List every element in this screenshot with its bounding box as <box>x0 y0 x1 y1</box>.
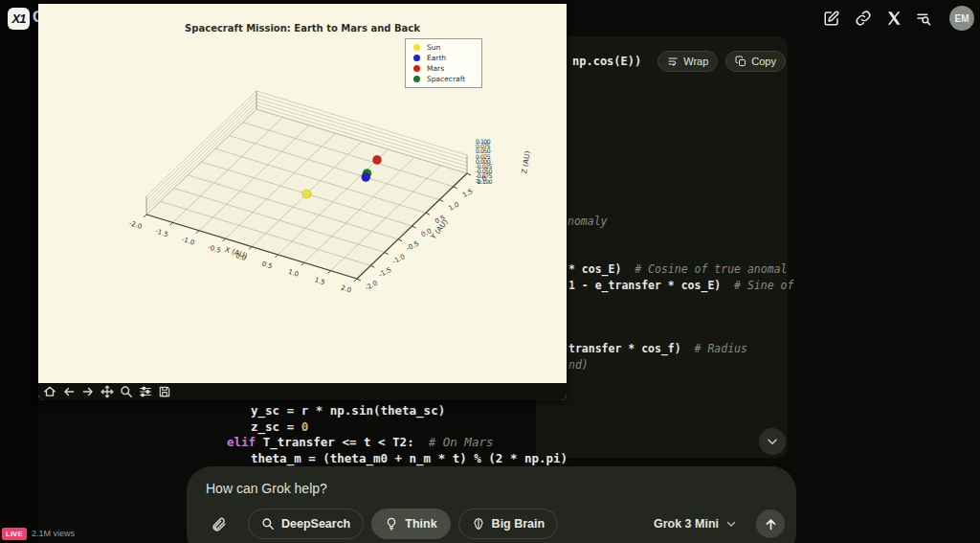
compose-edit-icon <box>823 10 840 27</box>
bigbrain-button[interactable]: Big Brain <box>458 509 559 539</box>
svg-text:2.0: 2.0 <box>340 284 352 295</box>
code-line: z_sc = 0 <box>251 419 308 434</box>
svg-text:-0.100: -0.100 <box>476 178 493 185</box>
copy-icon <box>735 56 746 67</box>
code-line: y_sc = r * np.sin(theta_sc) <box>251 403 445 418</box>
legend-label: Earth <box>427 54 446 62</box>
svg-text:1.0: 1.0 <box>287 268 300 279</box>
copy-label: Copy <box>751 56 776 67</box>
code-line: theta_m = (theta_m0 + n_m * t) % (2 * np… <box>251 451 568 465</box>
send-button[interactable] <box>756 509 785 538</box>
x1-logo: X1 <box>8 8 30 30</box>
think-button[interactable]: Think <box>371 509 450 539</box>
deepsearch-button[interactable]: DeepSearch <box>248 509 364 539</box>
plot-legend: SunEarthMarsSpacecraft <box>405 38 482 88</box>
wrap-icon <box>667 56 679 67</box>
svg-text:-2.0: -2.0 <box>364 279 379 291</box>
video-left-strip <box>0 0 38 543</box>
wrap-button[interactable]: Wrap <box>657 51 718 72</box>
chat-input-bar: DeepSearch Think Big Brain Grok 3 Mini <box>187 466 796 543</box>
code-line: nd) <box>568 358 589 372</box>
svg-text:-2.0: -2.0 <box>128 219 143 231</box>
code-line: transfer * cos_f) # Radius <box>568 342 747 355</box>
svg-text:Z (AU): Z (AU) <box>520 150 532 174</box>
deepsearch-label: DeepSearch <box>281 517 350 531</box>
code-block-header: np.cos(E)) Wrap Copy <box>536 48 788 75</box>
edit-button[interactable] <box>823 10 842 29</box>
legend-marker <box>413 65 420 72</box>
svg-text:-1.5: -1.5 <box>378 266 393 279</box>
svg-text:1.5: 1.5 <box>461 188 475 199</box>
scroll-down-button[interactable] <box>759 428 786 455</box>
think-label: Think <box>405 517 436 531</box>
legend-marker <box>413 76 420 82</box>
legend-item: Earth <box>411 53 478 63</box>
legend-item: Spacecraft <box>411 74 478 84</box>
3d-plot-canvas[interactable]: -2.0-1.5-1.0-0.50.00.51.01.52.0-2.0-1.5-… <box>38 4 567 383</box>
subplots-icon[interactable] <box>139 385 152 398</box>
code-line: * cos_E) # Cosine of true anomal <box>568 262 787 276</box>
brain-icon <box>472 517 485 531</box>
matplotlib-toolbar <box>38 383 567 400</box>
save-icon[interactable] <box>158 385 171 398</box>
search-icon <box>261 517 275 531</box>
svg-text:1.0: 1.0 <box>448 201 461 213</box>
svg-text:0.5: 0.5 <box>261 260 274 271</box>
x-logo-icon <box>885 10 902 27</box>
legend-label: Spacecraft <box>427 75 465 83</box>
chevron-down-icon <box>725 518 737 530</box>
svg-text:-1.0: -1.0 <box>181 236 195 247</box>
zoom-icon[interactable] <box>120 385 133 398</box>
forward-icon[interactable] <box>81 385 95 398</box>
svg-text:Y (AU): Y (AU) <box>429 217 450 241</box>
live-badge: LIVE <box>2 528 27 540</box>
paperclip-icon <box>211 516 227 532</box>
legend-marker <box>413 55 420 61</box>
pan-icon[interactable] <box>100 385 114 398</box>
model-selector[interactable]: Grok 3 Mini <box>654 517 737 531</box>
legend-label: Sun <box>427 43 440 52</box>
home-icon[interactable] <box>43 385 56 398</box>
code-block-panel <box>536 36 788 458</box>
svg-text:-1.5: -1.5 <box>154 228 168 239</box>
legend-marker <box>413 44 420 51</box>
wrap-label: Wrap <box>683 56 708 67</box>
back-icon[interactable] <box>62 385 76 398</box>
code-lines-below: y_sc = r * np.sin(theta_sc)z_sc = 0elif … <box>191 400 593 466</box>
search-history-icon <box>915 10 932 27</box>
svg-text:-1.0: -1.0 <box>391 253 407 265</box>
svg-text:-0.5: -0.5 <box>405 239 420 252</box>
x-logo-button[interactable] <box>885 10 904 29</box>
copy-button[interactable]: Copy <box>725 51 786 72</box>
arrow-up-icon <box>764 517 778 532</box>
link-button[interactable] <box>855 10 874 29</box>
attach-button[interactable] <box>204 509 233 538</box>
code-line: elif T_transfer <= t < T2: # On Mars <box>227 435 493 449</box>
link-icon <box>855 10 872 27</box>
view-count: 2.1M views <box>32 529 75 538</box>
svg-text:-0.5: -0.5 <box>207 243 221 255</box>
legend-item: Mars <box>411 63 478 74</box>
chevron-down-icon <box>766 435 779 448</box>
model-label: Grok 3 Mini <box>654 517 719 531</box>
search-history-button[interactable] <box>915 10 934 29</box>
svg-text:1.5: 1.5 <box>314 276 326 286</box>
legend-item: Sun <box>411 42 478 53</box>
bigbrain-label: Big Brain <box>492 517 546 531</box>
lightbulb-icon <box>385 517 398 531</box>
code-line: nomaly <box>568 215 608 228</box>
code-fragment: np.cos(E)) <box>572 55 641 68</box>
chat-input[interactable] <box>204 480 610 497</box>
matplotlib-window: Spacecraft Mission: Earth to Mars and Ba… <box>38 4 567 400</box>
avatar[interactable]: EM <box>949 6 974 31</box>
legend-label: Mars <box>427 64 444 73</box>
code-line: 1 - e_transfer * cos_E) # Sine of <box>568 279 793 292</box>
